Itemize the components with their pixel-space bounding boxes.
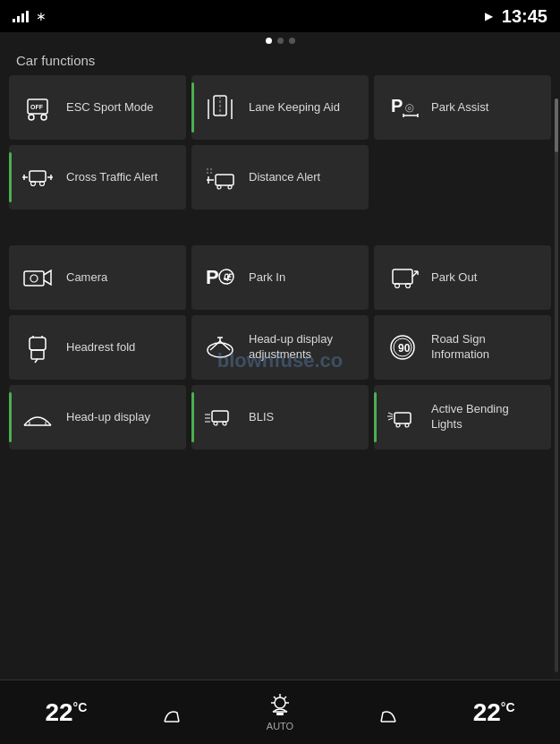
head-up-display-adj-button[interactable]: Head-up display adjustments [191, 315, 369, 380]
park-assist-label: Park Assist [431, 100, 488, 115]
cross-traffic-alert-label: Cross Traffic Alert [66, 170, 157, 185]
page-dot-1[interactable] [266, 38, 272, 44]
blis-label: BLIS [249, 410, 274, 425]
empty-cell-1 [374, 145, 551, 210]
blis-button[interactable]: BLIS [191, 385, 369, 449]
section-title: Car functions [0, 47, 560, 75]
svg-rect-38 [30, 338, 46, 350]
seat-left-icon [159, 697, 191, 729]
svg-rect-20 [216, 175, 233, 185]
blis-icon [200, 398, 240, 437]
status-left: ∗ [13, 9, 47, 23]
distance-alert-icon [200, 158, 240, 197]
seat-right-icon [369, 697, 401, 729]
svg-point-28 [30, 275, 38, 282]
esc-sport-mode-button[interactable]: OFF ESC Sport Mode [9, 75, 186, 140]
head-up-display-label: Head-up display [66, 410, 150, 425]
grid-row-3: Camera P 🜀 Park In [9, 245, 551, 310]
svg-line-62 [388, 413, 393, 415]
esc-icon: OFF [18, 88, 57, 127]
grid-row-1: OFF ESC Sport Mode Lane Keeping Aid P ⦾ [9, 75, 551, 140]
svg-rect-32 [393, 269, 412, 284]
auto-label: AUTO [267, 721, 293, 731]
road-sign-info-button[interactable]: 90 Road Sign Information [374, 315, 551, 380]
seat-left-item[interactable] [159, 697, 191, 729]
head-up-display-adj-label: Head-up display adjustments [249, 332, 360, 363]
svg-rect-13 [30, 171, 46, 182]
svg-line-63 [388, 418, 393, 420]
cross-traffic-alert-button[interactable]: Cross Traffic Alert [9, 145, 186, 210]
esc-sport-mode-label: ESC Sport Mode [66, 100, 154, 115]
distance-alert-label: Distance Alert [249, 170, 320, 185]
play-icon: ▶ [485, 10, 493, 22]
svg-text:P: P [206, 266, 219, 288]
temp-right: 22°C [473, 698, 515, 727]
fan-icon [264, 694, 296, 719]
svg-point-2 [41, 115, 47, 120]
grid-row-2: Cross Traffic Alert Distance Alert [9, 145, 551, 210]
park-out-label: Park Out [431, 270, 477, 286]
bending-lights-icon [383, 398, 422, 437]
bottom-bar: 22°C AUTO 22°C [0, 680, 560, 744]
svg-text:OFF: OFF [30, 104, 44, 110]
hud-icon [18, 398, 57, 437]
signal-icon [13, 10, 29, 22]
page-dot-3[interactable] [289, 38, 295, 44]
road-sign-icon: 90 [383, 328, 422, 367]
status-bar: ∗ ▶ 13:45 [0, 0, 560, 32]
distance-alert-button[interactable]: Distance Alert [191, 145, 369, 210]
park-assist-icon: P ⦾ [383, 88, 422, 127]
seat-right-item[interactable] [369, 697, 401, 729]
active-bending-lights-label: Active Bending Lights [431, 402, 542, 432]
headrest-icon [18, 328, 57, 367]
svg-rect-27 [24, 271, 44, 286]
temp-left: 22°C [45, 698, 87, 727]
headrest-fold-button[interactable]: Headrest fold [9, 315, 186, 380]
page-indicator [0, 32, 560, 47]
svg-line-69 [274, 697, 276, 699]
grid-row-5: Head-up display BLIS [9, 385, 551, 449]
active-bending-lights-button[interactable]: Active Bending Lights [374, 385, 551, 449]
park-in-label: Park In [249, 270, 285, 286]
svg-rect-39 [31, 350, 44, 359]
svg-rect-52 [212, 411, 228, 422]
park-in-button[interactable]: P 🜀 Park In [191, 245, 369, 310]
page-dot-2[interactable] [277, 38, 284, 44]
scrollbar-thumb[interactable] [555, 98, 558, 152]
road-sign-info-label: Road Sign Information [431, 332, 542, 363]
lane-keeping-aid-label: Lane Keeping Aid [249, 100, 340, 115]
svg-rect-72 [276, 713, 284, 715]
lane-keeping-aid-button[interactable]: Lane Keeping Aid [191, 75, 369, 140]
svg-text:P: P [391, 96, 403, 115]
svg-line-67 [284, 697, 286, 699]
scrollbar[interactable] [555, 98, 558, 672]
svg-point-43 [208, 343, 233, 357]
svg-text:⦾: ⦾ [405, 102, 414, 115]
svg-point-1 [29, 115, 34, 120]
headrest-fold-label: Headrest fold [66, 340, 135, 355]
svg-text:90: 90 [398, 342, 411, 355]
park-out-icon [383, 258, 422, 297]
grid-row-4: Headrest fold Head-up display adjustment… [9, 315, 551, 380]
camera-button[interactable]: Camera [9, 245, 186, 310]
park-out-button[interactable]: Park Out [374, 245, 551, 310]
spacer-row [9, 215, 551, 240]
camera-icon [18, 258, 57, 297]
svg-text:🜀: 🜀 [223, 271, 233, 282]
svg-rect-58 [395, 413, 411, 423]
cross-traffic-icon [18, 158, 57, 197]
lane-icon [200, 88, 240, 127]
park-in-icon: P 🜀 [200, 258, 240, 297]
camera-label: Camera [66, 270, 107, 286]
hud-adj-icon [200, 328, 240, 367]
auto-climate-item[interactable]: AUTO [264, 694, 296, 731]
head-up-display-button[interactable]: Head-up display [9, 385, 186, 449]
functions-grid: OFF ESC Sport Mode Lane Keeping Aid P ⦾ [0, 75, 560, 449]
clock: 13:45 [502, 6, 547, 27]
temp-right-item: 22°C [473, 698, 515, 727]
temp-left-item: 22°C [45, 698, 87, 727]
svg-line-35 [412, 271, 418, 277]
park-assist-button[interactable]: P ⦾ Park Assist [374, 75, 551, 140]
bluetooth-icon: ∗ [36, 9, 47, 23]
